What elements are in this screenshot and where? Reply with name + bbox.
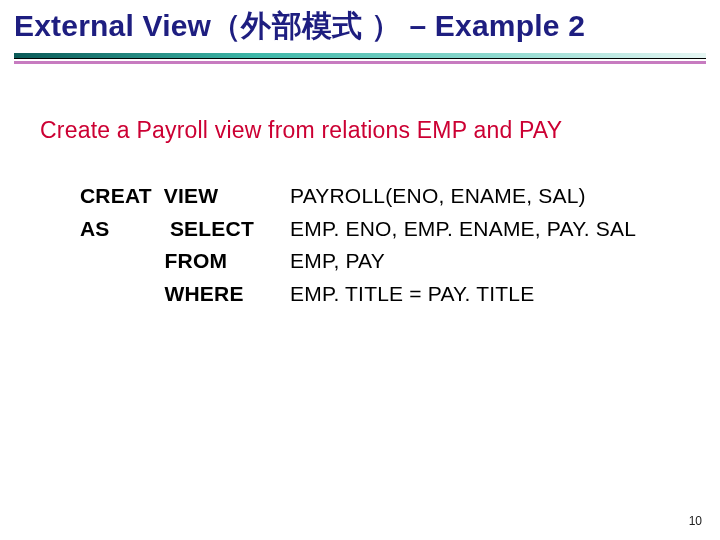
sql-keyword: WHERE bbox=[80, 278, 290, 311]
sql-keyword: CREAT VIEW bbox=[80, 180, 290, 213]
sql-row: AS SELECT EMP. ENO, EMP. ENAME, PAY. SAL bbox=[80, 213, 680, 246]
divider-bar-pink bbox=[14, 61, 706, 64]
slide-title: External View（外部模式 ） – Example 2 bbox=[0, 0, 720, 49]
sql-keyword: AS SELECT bbox=[80, 213, 290, 246]
sql-arg: EMP, PAY bbox=[290, 245, 385, 278]
slide: External View（外部模式 ） – Example 2 Create … bbox=[0, 0, 720, 540]
slide-body: Create a Payroll view from relations EMP… bbox=[0, 65, 720, 310]
slide-subtitle: Create a Payroll view from relations EMP… bbox=[40, 117, 680, 144]
sql-row: FROM EMP, PAY bbox=[80, 245, 680, 278]
title-divider bbox=[14, 53, 706, 65]
sql-keyword: FROM bbox=[80, 245, 290, 278]
page-number: 10 bbox=[689, 514, 702, 528]
divider-bar-teal bbox=[14, 53, 706, 59]
sql-arg: PAYROLL(ENO, ENAME, SAL) bbox=[290, 180, 586, 213]
sql-arg: EMP. TITLE = PAY. TITLE bbox=[290, 278, 534, 311]
sql-row: CREAT VIEW PAYROLL(ENO, ENAME, SAL) bbox=[80, 180, 680, 213]
sql-row: WHERE EMP. TITLE = PAY. TITLE bbox=[80, 278, 680, 311]
sql-arg: EMP. ENO, EMP. ENAME, PAY. SAL bbox=[290, 213, 636, 246]
sql-block: CREAT VIEW PAYROLL(ENO, ENAME, SAL) AS S… bbox=[40, 180, 680, 310]
